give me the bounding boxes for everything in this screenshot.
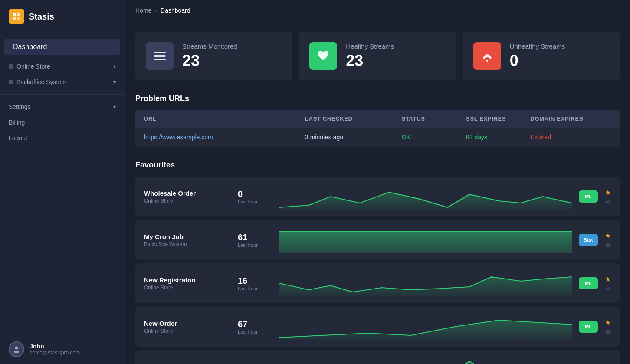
- svg-rect-3: [17, 17, 20, 20]
- problem-urls-title: Problem URLs: [135, 94, 620, 103]
- unhealthy-streams-label: Unhealthy Streams: [510, 43, 565, 50]
- col-last-checked: Last Checked: [305, 115, 402, 122]
- svg-rect-2: [13, 17, 16, 20]
- chevron-down-icon-2: ▾: [113, 79, 116, 85]
- star-icon-2[interactable]: ★: [605, 275, 611, 283]
- fav-chart-4: [279, 357, 572, 364]
- row-url[interactable]: https://www.example.com: [144, 134, 305, 141]
- svg-marker-15: [279, 320, 572, 340]
- fav-count-label-1: Last hour: [238, 243, 272, 248]
- svg-point-5: [15, 347, 18, 350]
- col-url: URL: [144, 115, 305, 122]
- fav-actions-2: ★ ⚙: [605, 275, 611, 292]
- svg-rect-1: [17, 13, 20, 16]
- user-avatar: [9, 341, 24, 357]
- fav-chart-1: [279, 227, 572, 253]
- breadcrumb-separator: ›: [155, 7, 157, 14]
- svg-point-6: [14, 351, 19, 353]
- problem-urls-section: Problem URLs URL Last Checked Status SSL…: [135, 94, 620, 147]
- unhealthy-streams-value: 0: [510, 52, 565, 70]
- problem-urls-table: URL Last Checked Status SSL Expires Doma…: [135, 110, 620, 147]
- main-content: Home › Dashboard Streams Monitored 23: [125, 0, 630, 364]
- sidebar-item-dashboard[interactable]: Dashboard: [4, 39, 120, 55]
- sidebar-item-online-store[interactable]: Online Store ▾: [0, 59, 125, 74]
- star-icon-3[interactable]: ★: [605, 318, 611, 327]
- sidebar-item-backoffice[interactable]: Backoffice System ▾: [0, 74, 125, 90]
- fav-count-label-3: Last hour: [238, 329, 272, 334]
- sidebar-divider-1: [0, 94, 125, 95]
- healthy-streams-label: Healthy Streams: [346, 43, 394, 50]
- breadcrumb-home[interactable]: Home: [135, 7, 151, 14]
- gear-icon-3[interactable]: ⚙: [605, 328, 611, 335]
- fav-actions-4: ★ ⚙: [605, 362, 611, 364]
- fav-count-3: 67: [238, 319, 272, 329]
- online-store-dot: [9, 64, 13, 69]
- app-name: Stasis: [29, 12, 54, 22]
- streams-monitored-text: Streams Monitored 23: [182, 43, 237, 70]
- settings-label: Settings: [9, 103, 31, 110]
- breadcrumb-current: Dashboard: [161, 7, 190, 14]
- fav-chart-2: [279, 270, 572, 296]
- fav-name-1: My Cron Job: [144, 233, 231, 240]
- svg-rect-0: [13, 13, 16, 16]
- gear-icon-1[interactable]: ⚙: [605, 242, 611, 249]
- star-icon-1[interactable]: ★: [605, 232, 611, 240]
- sidebar-section-apps: Online Store ▾ Backoffice System ▾: [0, 59, 125, 90]
- table-row: https://www.example.com 3 minutes ago OK…: [135, 127, 620, 147]
- fav-count-1: 61: [238, 233, 272, 243]
- fav-count-label-0: Last hour: [238, 199, 272, 204]
- row-domain: Expired: [530, 134, 611, 141]
- app-logo-icon: [9, 9, 24, 24]
- user-email: demo@stasispro.com: [30, 350, 80, 356]
- svg-rect-10: [486, 60, 488, 62]
- fav-item-1: My Cron Job Backoffice System 61 Last ho…: [135, 220, 620, 260]
- fav-actions-3: ★ ⚙: [605, 318, 611, 335]
- gear-icon-0[interactable]: ⚙: [605, 198, 611, 205]
- star-icon-4[interactable]: ★: [605, 362, 611, 364]
- col-domain: Domain Expires: [530, 115, 611, 122]
- stats-row: Streams Monitored 23 Healthy Streams 23: [135, 32, 620, 80]
- col-status: Status: [402, 115, 466, 122]
- fav-item-2: New Registraton Online Store 16 Last hou…: [135, 263, 620, 303]
- fav-source-2: Online Store: [144, 285, 231, 291]
- sidebar-nav: Dashboard Online Store ▾ Backoffice Syst…: [0, 33, 125, 334]
- user-info: John demo@stasispro.com: [30, 343, 80, 356]
- streams-monitored-value: 23: [182, 52, 237, 70]
- backoffice-label: Backoffice System: [16, 79, 66, 85]
- row-ssl: 82 days: [466, 134, 530, 141]
- fav-badge-2: ML: [579, 277, 598, 289]
- sidebar-logo: Stasis: [0, 0, 125, 33]
- fav-count-2: 16: [238, 276, 272, 286]
- favourites-title: Favourites: [135, 161, 620, 170]
- fav-chart-0: [279, 184, 572, 210]
- chevron-down-icon: ▾: [113, 63, 116, 69]
- online-store-label: Online Store: [16, 63, 50, 70]
- streams-monitored-icon: [146, 42, 174, 70]
- fav-source-1: Backoffice System: [144, 241, 231, 247]
- sidebar-item-settings[interactable]: Settings ▾: [0, 99, 125, 115]
- fav-item-4: Payment Problems Online Store 0 Last hou…: [135, 350, 620, 364]
- fav-item-0: Wholesale Order Online Store 0 Last hour…: [135, 177, 620, 216]
- healthy-streams-value: 23: [346, 52, 394, 70]
- fav-actions-1: ★ ⚙: [605, 232, 611, 249]
- stat-card-streams-monitored: Streams Monitored 23: [135, 32, 292, 80]
- sidebar: Stasis Dashboard Online Store ▾ Backoffi…: [0, 0, 125, 364]
- row-last-checked: 3 minutes ago: [305, 134, 402, 141]
- fav-chart-3: [279, 314, 572, 340]
- fav-source-0: Online Store: [144, 198, 231, 204]
- fav-count-4: 0: [238, 363, 272, 364]
- fav-name-0: Wholesale Order: [144, 190, 231, 197]
- streams-monitored-label: Streams Monitored: [182, 43, 237, 50]
- fav-item-3: New Order Online Store 67 Last hour ML: [135, 307, 620, 347]
- fav-name-2: New Registraton: [144, 276, 231, 284]
- star-icon-0[interactable]: ★: [605, 188, 611, 197]
- fav-badge-1: Stat: [579, 234, 598, 246]
- row-status: OK: [402, 134, 466, 141]
- healthy-streams-icon: [309, 42, 337, 70]
- sidebar-item-billing[interactable]: Billing: [0, 115, 125, 130]
- svg-rect-9: [154, 59, 166, 60]
- gear-icon-2[interactable]: ⚙: [605, 285, 611, 292]
- fav-source-3: Online Store: [144, 328, 231, 334]
- svg-marker-11: [279, 192, 572, 210]
- sidebar-item-logout[interactable]: Logout: [0, 130, 125, 146]
